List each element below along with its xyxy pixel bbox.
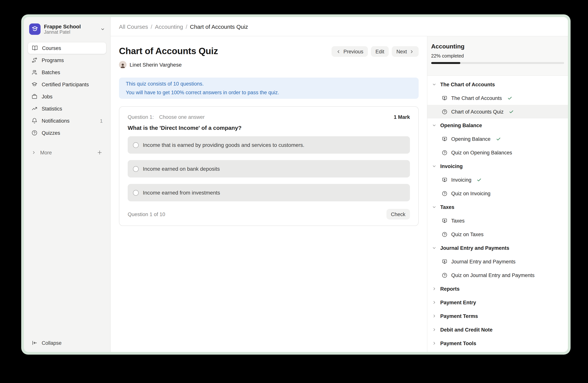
next-button[interactable]: Next [392,46,419,57]
lesson-row-quiz-on-journal-entry-and-payments[interactable]: Quiz on Journal Entry and Payments [427,268,568,282]
chevron-down-icon [100,27,105,31]
chapter-row-taxes[interactable]: Taxes [427,200,568,214]
lesson-title: Quiz on Taxes [451,231,484,237]
chapter-title: Taxes [440,204,454,210]
lesson-title: Quiz on Opening Balances [451,150,512,155]
course-progress-label: 22% completed [431,53,564,59]
answer-option[interactable]: Income earned from investments [128,184,410,201]
notification-count-badge: 1 [100,118,103,124]
chapter-title: Debit and Credit Note [440,327,493,332]
book-open-icon [32,45,38,51]
lesson-title: The Chart of Accounts [451,95,502,101]
help-circle-icon [442,191,447,196]
chapter-row-payment-entry[interactable]: Payment Entry [427,296,568,309]
main-content: Chart of Accounts Quiz Linet Sherin Varg… [111,36,427,352]
help-circle-icon [31,130,38,136]
users-icon [31,69,38,75]
sidebar-item-programs[interactable]: Programs [28,54,106,66]
chapter-row-debit-and-credit-note[interactable]: Debit and Credit Note [427,323,568,336]
user-name: Jannat Patel [44,29,97,35]
monitor-play-icon [442,136,447,142]
page-title: Chart of Accounts Quiz [119,45,218,57]
chevron-right-icon [31,150,36,155]
chapter-row-reports[interactable]: Reports [427,282,568,296]
breadcrumb: All Courses/Accounting/Chart of Accounts… [111,17,568,36]
answer-option-label: Income that is earned by providing goods… [143,142,304,148]
collapse-sidebar-icon [31,340,38,346]
chapter-row-journal-entry-and-payments[interactable]: Journal Entry and Payments [427,241,568,255]
breadcrumb-link[interactable]: All Courses [119,23,148,30]
breadcrumb-separator: / [151,23,152,30]
plus-icon[interactable] [97,150,103,155]
collapse-label: Collapse [42,340,62,346]
chevron-right-icon [432,341,437,345]
lesson-row-journal-entry-and-payments[interactable]: Journal Entry and Payments [427,255,568,268]
chapter-row-payment-terms[interactable]: Payment Terms [427,309,568,323]
chapter-title: Journal Entry and Payments [440,245,509,251]
sidebar-item-label: Certified Participants [42,81,103,87]
answer-option-label: Income earned from investments [143,190,220,196]
answer-option[interactable]: Income that is earned by providing goods… [128,136,410,154]
desktop: Frappe School Jannat Patel CoursesProgra… [0,0,588,383]
chapter-row-opening-balance[interactable]: Opening Balance [427,118,568,132]
answer-options: Income that is earned by providing goods… [128,136,410,201]
chapter-title: Payment Entry [440,300,476,305]
lesson-row-the-chart-of-accounts[interactable]: The Chart of Accounts [427,91,568,105]
lesson-row-taxes[interactable]: Taxes [427,214,568,228]
sidebar-item-label: Statistics [42,106,103,112]
lesson-title: Opening Balance [451,136,490,142]
radio-button-icon[interactable] [133,142,139,148]
chevron-down-icon [432,123,437,128]
course-title: Accounting [431,43,564,50]
lesson-row-opening-balance[interactable]: Opening Balance [427,132,568,146]
window-frame: Frappe School Jannat Patel CoursesProgra… [21,14,570,355]
previous-button[interactable]: Previous [332,46,368,57]
chapter-row-the-chart-of-accounts[interactable]: The Chart of Accounts [427,77,568,91]
edit-button[interactable]: Edit [371,46,389,57]
answer-option[interactable]: Income earned on bank deposits [128,160,410,177]
question-number: Question 1: [128,114,154,120]
check-button[interactable]: Check [386,209,410,219]
chevron-down-icon [432,82,437,87]
lesson-row-quiz-on-invoicing[interactable]: Quiz on Invoicing [427,187,568,200]
chevron-right-icon [432,287,437,291]
course-outline-panel: Accounting 22% completed The Chart of Ac… [427,36,568,352]
radio-button-icon[interactable] [133,166,139,172]
graduation-cap-icon [31,81,38,87]
chevron-down-icon [432,246,437,250]
lesson-title: Taxes [451,218,465,224]
sidebar-item-statistics[interactable]: Statistics [28,103,106,115]
completed-check-icon [477,177,482,182]
chevron-right-icon [432,327,437,332]
breadcrumb-link[interactable]: Accounting [155,23,183,30]
completed-check-icon [509,109,514,114]
lesson-title: Quiz on Journal Entry and Payments [451,272,535,278]
chapter-title: Reports [440,286,460,292]
briefcase-icon [31,94,38,99]
lesson-row-quiz-on-taxes[interactable]: Quiz on Taxes [427,228,568,241]
collapse-button[interactable]: Collapse [28,338,106,350]
course-progress-fill [431,62,460,64]
chapter-row-payment-tools[interactable]: Payment Tools [427,336,568,350]
chevron-right-icon [432,314,437,318]
monitor-play-icon [442,177,447,183]
chapter-row-invoicing[interactable]: Invoicing [427,159,568,173]
sidebar-item-courses[interactable]: Courses [28,42,106,54]
sidebar-nav: CoursesProgramsBatchesCertified Particip… [28,42,106,139]
sidebar-item-batches[interactable]: Batches [28,66,106,78]
sidebar-item-more[interactable]: More [28,147,106,159]
lesson-title: Quiz on Invoicing [451,191,490,196]
lesson-row-chart-of-accounts-quiz[interactable]: Chart of Accounts Quiz [427,105,568,118]
lesson-row-invoicing[interactable]: Invoicing [427,173,568,187]
radio-button-icon[interactable] [133,190,139,195]
sidebar-item-quizzes[interactable]: Quizzes [28,127,106,139]
sidebar-item-jobs[interactable]: Jobs [28,91,106,103]
chapter-title: Invoicing [440,163,463,169]
lesson-row-quiz-on-opening-balances[interactable]: Quiz on Opening Balances [427,146,568,159]
left-sidebar: Frappe School Jannat Patel CoursesProgra… [24,17,111,352]
lesson-title: Invoicing [451,177,471,183]
workspace-switcher[interactable]: Frappe School Jannat Patel [28,22,106,36]
sidebar-item-certified-participants[interactable]: Certified Participants [28,78,106,91]
help-circle-icon [442,109,447,115]
sidebar-item-notifications[interactable]: Notifications1 [28,115,106,127]
